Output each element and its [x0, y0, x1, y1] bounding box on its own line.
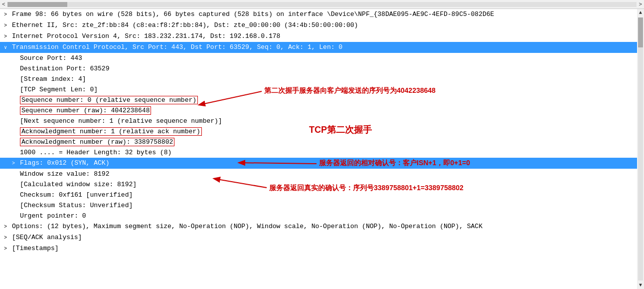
scroll-track	[7, 2, 637, 7]
row-text: Frame 98: 66 bytes on wire (528 bits), 6…	[12, 10, 494, 18]
tree-row-row11[interactable]: [Next sequence number: 1 (relative seque…	[0, 116, 644, 126]
row-text: [Stream index: 4]	[20, 75, 86, 83]
tree-row-row1[interactable]: >Frame 98: 66 bytes on wire (528 bits), …	[0, 9, 644, 20]
tree-row-row21[interactable]: >Options: (12 bytes), Maximum segment si…	[0, 221, 644, 232]
tree-row-row15[interactable]: >Flags: 0x012 (SYN, ACK)	[0, 158, 644, 169]
row-text: Source Port: 443	[20, 54, 82, 62]
row-text: Transmission Control Protocol, Src Port:…	[12, 43, 342, 51]
row-text: [SEQ/ACK analysis]	[12, 234, 82, 241]
expand-arrow[interactable]: >	[4, 10, 11, 19]
tree-row-row10[interactable]: Sequence number (raw): 4042238648	[0, 105, 644, 116]
expand-arrow[interactable]: >	[4, 222, 11, 232]
tree-row-row3[interactable]: >Internet Protocol Version 4, Src: 183.2…	[0, 31, 644, 42]
tree-row-row17[interactable]: [Calculated window size: 8192]	[0, 179, 644, 190]
tree-row-row16[interactable]: Window size value: 8192	[0, 169, 644, 179]
row-text: Ethernet II, Src: zte_2f:bb:84 (c8:ea:f8…	[12, 21, 358, 29]
tree-row-row22[interactable]: >[SEQ/ACK analysis]	[0, 232, 644, 243]
highlight-box: Acknowledgment number (raw): 3389758802	[20, 138, 174, 146]
expand-arrow[interactable]: ∨	[4, 43, 11, 52]
tree-row-row14[interactable]: 1000 .... = Header Length: 32 bytes (8)	[0, 147, 644, 158]
row-text: Urgent pointer: 0	[20, 212, 86, 220]
scroll-thumb	[7, 2, 67, 7]
highlight-box: Sequence number (raw): 4042238648	[20, 106, 151, 115]
expand-arrow[interactable]: >	[4, 244, 11, 254]
tree-row-row7[interactable]: [Stream index: 4]	[0, 74, 644, 84]
row-text: Window size value: 8192	[20, 170, 109, 178]
scrollbar-top[interactable]: < >	[0, 0, 644, 9]
scrollbar-right[interactable]: ▲ ▼	[637, 9, 644, 289]
tree-row-row2[interactable]: >Ethernet II, Src: zte_2f:bb:84 (c8:ea:f…	[0, 20, 644, 31]
tree-row-row4[interactable]: ∨Transmission Control Protocol, Src Port…	[0, 42, 644, 53]
row-text: [Checksum Status: Unverified]	[20, 202, 133, 209]
row-text: Destination Port: 63529	[20, 65, 109, 72]
packet-tree: >Frame 98: 66 bytes on wire (528 bits), …	[0, 9, 644, 289]
vthumb	[638, 17, 643, 47]
expand-arrow[interactable]: >	[4, 32, 11, 41]
row-text: [Next sequence number: 1 (relative seque…	[20, 117, 222, 125]
tree-row-row18[interactable]: Checksum: 0xf161 [unverified]	[0, 190, 644, 200]
row-text: [Calculated window size: 8192]	[20, 181, 137, 188]
scroll-up-arrow[interactable]: ▲	[638, 9, 643, 16]
tree-row-row23[interactable]: >[Timestamps]	[0, 243, 644, 254]
vtrack	[638, 17, 643, 281]
row-text: Checksum: 0xf161 [unverified]	[20, 191, 133, 199]
tree-row-row9[interactable]: Sequence number: 0 (relative sequence nu…	[0, 95, 644, 105]
expand-arrow[interactable]: >	[4, 233, 11, 243]
tree-row-row12[interactable]: Acknowledgment number: 1 (relative ack n…	[0, 126, 644, 137]
scroll-right-arrow[interactable]: >	[639, 1, 642, 7]
tree-row-row8[interactable]: [TCP Segment Len: 0]	[0, 84, 644, 95]
tree-row-row5[interactable]: Source Port: 443	[0, 53, 644, 63]
tree-row-row19[interactable]: [Checksum Status: Unverified]	[0, 200, 644, 211]
row-text: [Timestamps]	[12, 245, 59, 252]
scroll-down-arrow[interactable]: ▼	[638, 282, 643, 289]
tree-row-row6[interactable]: Destination Port: 63529	[0, 63, 644, 74]
scroll-left-arrow[interactable]: <	[2, 1, 5, 7]
highlight-box: Acknowledgment number: 1 (relative ack n…	[20, 127, 202, 136]
row-text: [TCP Segment Len: 0]	[20, 86, 98, 93]
row-text: Internet Protocol Version 4, Src: 183.23…	[12, 32, 280, 40]
tree-row-row13[interactable]: Acknowledgment number (raw): 3389758802	[0, 137, 644, 147]
highlight-box: Sequence number: 0 (relative sequence nu…	[20, 96, 198, 104]
expand-arrow[interactable]: >	[12, 159, 19, 168]
row-text: 1000 .... = Header Length: 32 bytes (8)	[20, 149, 171, 156]
row-text: Flags: 0x012 (SYN, ACK)	[20, 159, 109, 167]
tree-row-row20[interactable]: Urgent pointer: 0	[0, 211, 644, 221]
expand-arrow[interactable]: >	[4, 21, 11, 30]
row-text: Options: (12 bytes), Maximum segment siz…	[12, 223, 483, 230]
